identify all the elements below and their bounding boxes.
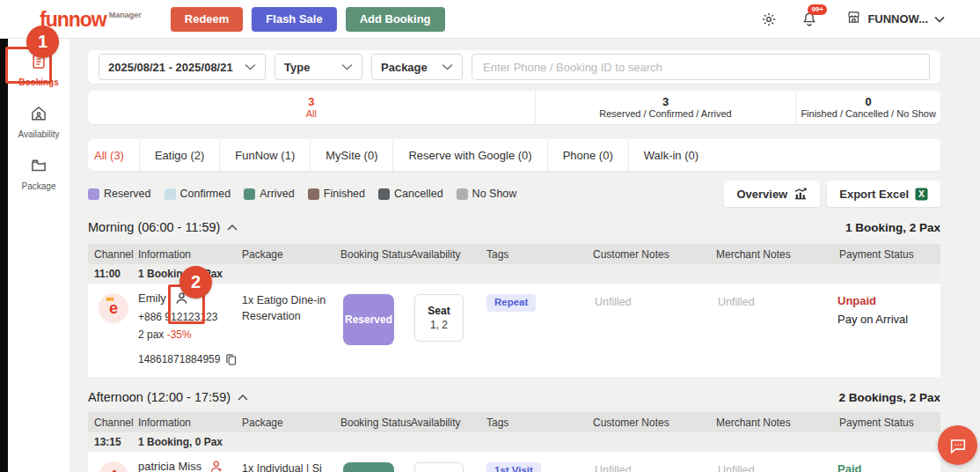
legend-finished: Finished: [308, 188, 365, 200]
export-excel-label: Export Excel: [839, 188, 909, 201]
stat-finished-cancelled-noshow[interactable]: 0 Finished / Cancelled / No Show: [795, 91, 940, 124]
flash-sale-button[interactable]: Flash Sale: [252, 7, 336, 32]
time-group-row: 11:00 1 Booking, 2 Pax: [88, 264, 940, 284]
booking-row[interactable]: f patricia Miss 1x Individual | Si Arriv…: [88, 452, 940, 472]
payment-status-cell: Unpaid Pay on Arrival: [825, 284, 940, 377]
morning-section: Morning (06:00 - 11:59) 1 Booking, 2 Pax…: [88, 218, 940, 377]
redeem-button[interactable]: Redeem: [171, 7, 244, 32]
customer-name: patricia Miss: [138, 460, 201, 472]
sidebar: Bookings Availability Package: [8, 39, 69, 472]
stat-value: 3: [662, 95, 669, 108]
time-summary: 1 Booking, 2 Pax: [132, 268, 940, 280]
time-label: 13:15: [88, 436, 132, 448]
time-label: 11:00: [88, 268, 132, 280]
col-customer-notes: Customer Notes: [579, 248, 702, 261]
tab-walkin[interactable]: Walk-in (0): [628, 139, 713, 171]
payment-status: Unpaid: [837, 294, 937, 307]
export-excel-button[interactable]: Export Excel X: [827, 181, 940, 207]
stat-all[interactable]: 3 All: [88, 91, 535, 124]
legend-arrived: Arrived: [244, 188, 295, 200]
chart-icon: [794, 188, 808, 200]
seat-box[interactable]: [414, 462, 464, 472]
col-package: Package: [236, 248, 334, 261]
availability-cell: [405, 452, 480, 472]
status-legend: Reserved Confirmed Arrived Finished Canc…: [88, 188, 516, 200]
account-switcher[interactable]: FUNNOW...: [846, 10, 945, 28]
availability-cell: Seat 1, 2: [405, 284, 480, 377]
time-group-row: 13:15 1 Booking, 0 Pax: [88, 432, 940, 452]
search-input[interactable]: [472, 54, 930, 80]
stat-reserved-confirmed-arrived[interactable]: 3 Reserved / Confirmed / Arrived: [535, 91, 796, 124]
pax-line: 2 pax -35%: [138, 328, 232, 341]
customer-notes-cell: Unfilled: [579, 452, 702, 472]
payment-status: Paid: [837, 462, 937, 472]
list-actions: Overview Export Excel X: [724, 181, 940, 207]
top-bar: funnow Manager Redeem Flash Sale Add Boo…: [0, 0, 980, 39]
type-select[interactable]: Type: [274, 54, 362, 80]
sidebar-item-availability[interactable]: Availability: [8, 105, 69, 139]
tab-mysite[interactable]: MySite (0): [310, 139, 392, 171]
col-tags: Tags: [480, 417, 579, 429]
tag-first-visit: 1st Visit: [486, 462, 541, 472]
information-cell: patricia Miss: [132, 452, 236, 472]
funnow-channel-icon: f: [99, 461, 128, 472]
customer-name: Emily: [138, 291, 166, 305]
package-select[interactable]: Package: [371, 54, 463, 80]
app-window: funnow Manager Redeem Flash Sale Add Boo…: [0, 0, 980, 472]
availability-house-icon: [30, 105, 48, 126]
date-range-select[interactable]: 2025/08/21 - 2025/08/21: [99, 54, 266, 80]
sidebar-item-label: Availability: [18, 129, 59, 139]
collapse-chevron-up-icon[interactable]: [227, 225, 238, 231]
section-summary: 1 Booking, 2 Pax: [845, 221, 940, 234]
chevron-down-icon: [934, 16, 945, 23]
cancelled-swatch: [378, 188, 390, 200]
sidebar-item-package[interactable]: Package: [8, 157, 69, 191]
overview-button[interactable]: Overview: [724, 181, 820, 207]
package-cell: 1x Individual | Si: [236, 452, 334, 472]
tab-funnow[interactable]: FunNow (1): [219, 139, 310, 171]
legend-row: Reserved Confirmed Arrived Finished Canc…: [88, 181, 940, 207]
tab-reserve-with-google[interactable]: Reserve with Google (0): [392, 139, 546, 171]
window-edge-strip: [0, 39, 8, 472]
section-title: Morning (06:00 - 11:59): [88, 220, 220, 234]
confirmed-swatch: [165, 188, 176, 200]
add-booking-button[interactable]: Add Booking: [346, 7, 445, 32]
legend-label: Confirmed: [180, 188, 231, 200]
member-profile-icon[interactable]: [209, 459, 224, 472]
section-title: Afternoon (12:00 - 17:59): [88, 390, 230, 404]
stat-label: Finished / Cancelled / No Show: [801, 108, 935, 120]
notification-bell-icon[interactable]: 99+: [801, 11, 818, 28]
booking-status-badge[interactable]: Arrived: [343, 462, 394, 472]
settings-gear-icon[interactable]: [760, 11, 778, 28]
customer-notes-cell: Unfilled: [579, 284, 702, 377]
seat-box[interactable]: Seat 1, 2: [414, 294, 464, 342]
legend-cancelled: Cancelled: [378, 188, 443, 200]
package-folder-icon: [30, 157, 48, 178]
stat-value: 0: [865, 95, 871, 108]
chat-button[interactable]: [938, 425, 977, 465]
booking-status-badge[interactable]: Reserved: [343, 294, 394, 345]
notification-badge: 99+: [808, 4, 827, 15]
col-customer-notes: Customer Notes: [579, 417, 702, 429]
sidebar-item-label: Package: [22, 181, 56, 191]
package-cell: 1x Eatigo Dine-in Reservation: [236, 284, 334, 377]
legend-label: Finished: [324, 188, 365, 200]
tags-cell: Repeat: [480, 284, 579, 377]
tab-all[interactable]: All (3): [88, 139, 139, 171]
tab-phone[interactable]: Phone (0): [547, 139, 628, 171]
tab-eatigo[interactable]: Eatigo (2): [139, 139, 219, 171]
afternoon-section-head: Afternoon (12:00 - 17:59) 2 Bookings, 2 …: [88, 387, 940, 407]
legend-label: Arrived: [260, 188, 295, 200]
booking-row[interactable]: e Emily +886 912123123 2 pax -35%: [88, 284, 940, 377]
logo-suffix: Manager: [109, 11, 142, 19]
chevron-down-icon: [341, 63, 353, 70]
tags-cell: 1st Visit Privilege: [480, 452, 579, 472]
filter-bar: 2025/08/21 - 2025/08/21 Type Package: [88, 50, 940, 84]
col-channel: Channel: [88, 248, 132, 261]
package-select-value: Package: [381, 61, 428, 74]
finished-swatch: [308, 188, 319, 200]
seat-value: 1, 2: [430, 319, 448, 331]
col-payment-status: Payment Status: [825, 248, 940, 261]
table-header: Channel Information Package Booking Stat…: [88, 244, 940, 264]
collapse-chevron-up-icon[interactable]: [238, 395, 248, 401]
